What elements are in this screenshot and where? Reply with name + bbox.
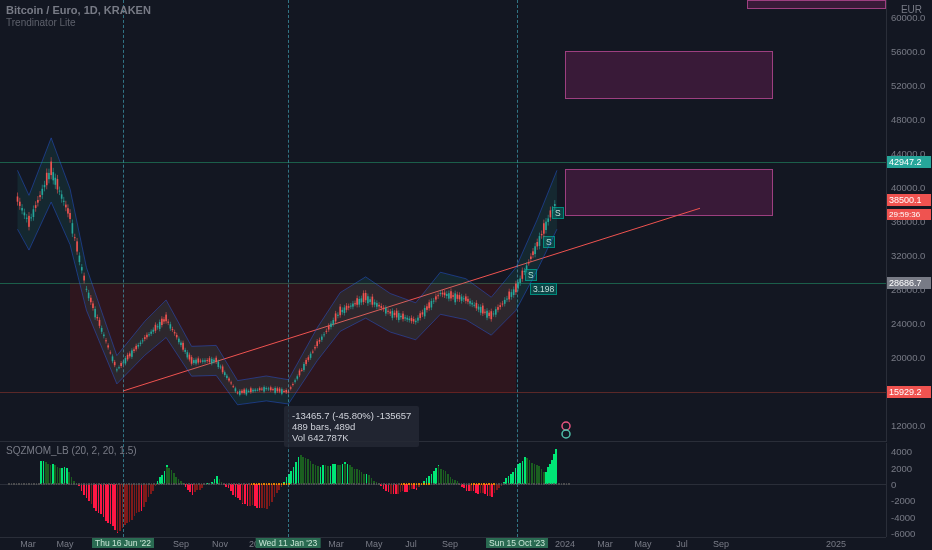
svg-rect-95	[120, 363, 122, 366]
svg-rect-43	[63, 201, 65, 202]
svg-rect-19	[37, 200, 39, 203]
svg-rect-451	[508, 292, 510, 300]
svg-rect-175	[206, 360, 208, 361]
svg-rect-11	[28, 216, 30, 227]
svg-rect-485	[545, 222, 547, 230]
svg-rect-353	[402, 314, 404, 320]
svg-rect-437	[493, 313, 495, 314]
svg-rect-203	[237, 392, 239, 393]
date-range-line[interactable]	[517, 0, 518, 537]
svg-rect-35	[55, 178, 57, 185]
svg-rect-23	[41, 189, 43, 195]
date-range-tag[interactable]: Sun 15 Oct '23	[486, 538, 548, 548]
svg-rect-113	[140, 343, 142, 344]
svg-rect-57	[79, 256, 81, 263]
svg-rect-253	[292, 384, 294, 385]
svg-rect-79	[103, 335, 105, 337]
svg-rect-463	[522, 271, 524, 279]
svg-rect-247	[285, 390, 287, 392]
svg-rect-227	[263, 387, 265, 392]
svg-rect-31	[50, 162, 52, 176]
svg-rect-81	[105, 340, 107, 341]
svg-rect-119	[146, 335, 148, 337]
svg-rect-291	[335, 313, 337, 321]
svg-rect-69	[92, 303, 94, 308]
date-range-line[interactable]	[123, 0, 124, 537]
replay-markers	[559, 421, 573, 441]
indicator-axis[interactable]: 400020000-2000-4000-6000	[886, 443, 932, 537]
svg-rect-13	[30, 217, 32, 218]
svg-rect-349	[398, 313, 400, 320]
price-axis-label: 15929.2	[887, 386, 931, 398]
svg-rect-351	[400, 316, 402, 317]
svg-rect-217	[252, 390, 254, 392]
svg-rect-331	[378, 305, 380, 307]
svg-rect-45	[65, 205, 67, 208]
symbol-header[interactable]: Bitcoin / Euro, 1D, KRAKEN Trendinator L…	[6, 4, 151, 28]
svg-rect-209	[243, 389, 245, 393]
svg-rect-201	[235, 388, 237, 391]
svg-rect-277	[319, 340, 321, 342]
svg-rect-215	[250, 388, 252, 392]
svg-rect-3	[19, 202, 21, 206]
svg-rect-197	[230, 382, 232, 383]
svg-rect-63	[86, 289, 88, 290]
svg-rect-483	[543, 223, 545, 233]
svg-rect-289	[332, 320, 334, 324]
svg-rect-365	[415, 321, 417, 322]
svg-rect-177	[209, 358, 211, 362]
price-axis[interactable]: 60000.056000.052000.048000.044000.040000…	[886, 0, 932, 442]
date-range-tag[interactable]: Thu 16 Jun '22	[92, 538, 154, 548]
svg-rect-411	[465, 296, 467, 300]
svg-rect-305	[350, 306, 352, 307]
svg-rect-481	[541, 234, 543, 235]
svg-rect-93	[118, 367, 120, 368]
svg-rect-39	[59, 191, 61, 192]
sqzmom-pane[interactable]	[0, 443, 886, 537]
svg-rect-301	[346, 306, 348, 310]
svg-rect-61	[83, 276, 85, 281]
svg-rect-185	[218, 362, 220, 367]
svg-rect-141	[170, 324, 172, 328]
svg-rect-245	[283, 391, 285, 392]
svg-rect-397	[450, 291, 452, 298]
svg-rect-53	[74, 237, 76, 238]
svg-rect-419	[474, 305, 476, 306]
svg-rect-183	[215, 358, 217, 362]
svg-rect-157	[187, 352, 189, 357]
svg-rect-347	[396, 311, 398, 318]
svg-rect-385	[437, 295, 439, 296]
indicator-name: Trendinator Lite	[6, 17, 151, 28]
svg-rect-293	[337, 315, 339, 316]
svg-rect-363	[413, 319, 415, 322]
svg-rect-285	[328, 326, 330, 330]
svg-rect-443	[499, 305, 501, 307]
svg-point-494	[562, 422, 570, 430]
svg-rect-469	[528, 262, 530, 263]
sqzmom-label[interactable]: SQZMOM_LB (20, 2, 20, 1.5)	[6, 445, 137, 456]
svg-rect-393	[446, 294, 448, 296]
svg-rect-311	[356, 298, 358, 305]
date-range-line[interactable]	[288, 0, 289, 537]
svg-rect-299	[344, 307, 346, 313]
svg-rect-127	[155, 325, 157, 331]
svg-rect-149	[178, 339, 180, 342]
svg-rect-429	[484, 312, 486, 313]
date-range-tag[interactable]: Wed 11 Jan '23	[256, 538, 321, 548]
svg-rect-87	[112, 356, 114, 361]
svg-rect-473	[532, 251, 534, 255]
svg-rect-295	[339, 307, 341, 316]
svg-rect-27	[46, 173, 48, 185]
svg-rect-327	[374, 302, 376, 304]
svg-rect-115	[142, 340, 144, 341]
svg-rect-381	[433, 301, 435, 302]
svg-rect-51	[72, 223, 74, 233]
svg-rect-413	[467, 299, 469, 302]
svg-rect-225	[261, 389, 263, 390]
svg-rect-309	[354, 303, 356, 304]
svg-rect-333	[381, 306, 383, 308]
price-chart-pane[interactable]: S3.198SS	[0, 0, 886, 442]
svg-rect-357	[406, 318, 408, 320]
svg-rect-341	[389, 312, 391, 314]
svg-rect-423	[478, 307, 480, 310]
